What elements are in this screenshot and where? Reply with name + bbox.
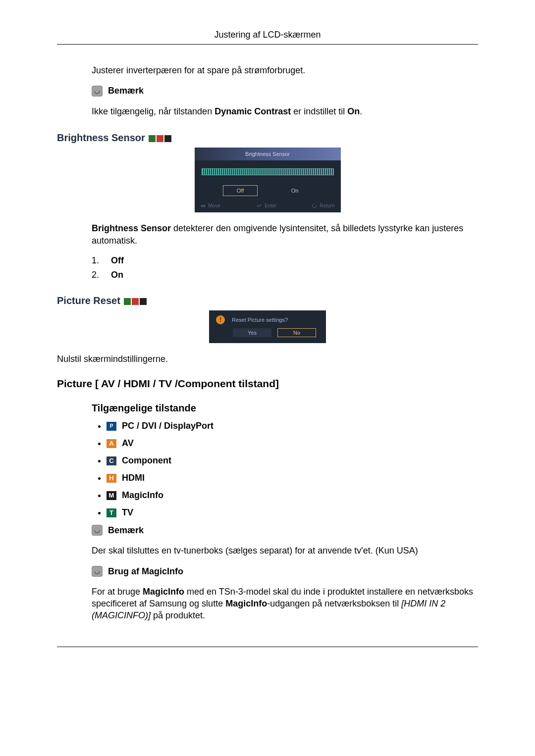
page-root: Justering af LCD-skærmen Justerer invert…	[0, 0, 535, 687]
list-item: 1. Off	[92, 255, 478, 266]
bs-heading-text: Brightness Sensor	[57, 132, 145, 143]
avail-prefix: Ikke tilgængelig, når tilstanden	[92, 106, 214, 116]
mode-item-av: A AV	[107, 438, 478, 449]
pr-osd-buttons: Yes No	[209, 326, 326, 338]
mode-badge-icon: C	[107, 456, 116, 465]
mi-prefix: For at bruge	[92, 587, 143, 597]
avail-dc: Dynamic Contrast	[214, 106, 291, 116]
svg-marker-1	[204, 204, 206, 207]
note-icon	[92, 525, 103, 536]
pr-osd-panel: ! Reset Picture settings? Yes No	[209, 310, 326, 343]
pr-osd-wrap: ! Reset Picture settings? Yes No	[57, 310, 478, 343]
modes-list: P PC / DVI / DisplayPort A AV C Componen…	[92, 421, 478, 518]
list-item: 2. On	[92, 270, 478, 280]
intro-block: Justerer inverterpæren for at spare på s…	[92, 64, 478, 117]
bs-osd-title: Brightness Sensor	[195, 148, 341, 160]
mode-badge-icon: T	[107, 508, 116, 517]
list-label: On	[111, 270, 123, 280]
arrows-icon	[201, 203, 206, 208]
page-title: Justering af LCD-skærmen	[57, 30, 478, 45]
bs-osd-options: Off On	[202, 185, 334, 196]
mode-item-magicinfo: M MagicInfo	[107, 490, 478, 501]
picture-modes-heading: Picture [ AV / HDMI / TV /Component tils…	[57, 378, 478, 390]
availability-sentence: Ikke tilgængelig, når tilstanden Dynamic…	[92, 105, 478, 117]
svg-marker-0	[201, 204, 203, 207]
bs-osd-body: Off On	[195, 160, 341, 200]
mi-bold2: MagicInfo	[225, 599, 267, 608]
mode-label: MagicInfo	[122, 490, 163, 500]
bs-osd-panel: Brightness Sensor Off On Move Enter	[195, 148, 341, 212]
note-icon	[92, 566, 103, 577]
bs-footer-return: Return	[312, 203, 335, 208]
mode-item-component: C Component	[107, 455, 478, 466]
mode-badge-icon: M	[107, 491, 116, 500]
mode-label: AV	[122, 438, 134, 448]
badge-icon	[157, 135, 163, 142]
mi-suffix: på produktet.	[151, 610, 205, 620]
modes-block: Tilgængelige tilstande P PC / DVI / Disp…	[92, 403, 478, 622]
bs-osd-wrap: Brightness Sensor Off On Move Enter	[57, 148, 478, 212]
note-label: Bemærk	[108, 86, 144, 96]
badge-icon	[149, 135, 156, 142]
pr-description: Nulstil skærmindstillingerne.	[57, 353, 478, 365]
badge-icon	[124, 298, 131, 305]
pr-yes-button[interactable]: Yes	[233, 328, 271, 337]
magicinfo-heading: Brug af MagicInfo	[108, 566, 183, 576]
mode-badge-icon: A	[107, 439, 116, 448]
mode-item-hdmi: H HDMI	[107, 473, 478, 483]
mode-label: PC / DVI / DisplayPort	[122, 421, 214, 431]
mode-item-tv: T TV	[107, 507, 478, 518]
note-row: Bemærk	[92, 85, 478, 96]
bs-option-list: 1. Off 2. On	[92, 255, 478, 280]
bs-heading-badges	[149, 135, 171, 142]
brightness-sensor-heading: Brightness Sensor	[57, 132, 478, 144]
list-number: 2.	[92, 270, 108, 280]
bs-description: Brightness Sensor detekterer den omgiven…	[92, 222, 478, 247]
mode-label: HDMI	[122, 473, 145, 483]
bs-osd-footer: Move Enter Return	[195, 200, 341, 212]
mode-badge-icon: P	[107, 422, 116, 431]
list-number: 1.	[92, 255, 108, 266]
avail-suffix: .	[360, 106, 362, 116]
avail-mid: er indstillet til	[291, 106, 347, 116]
magicinfo-heading-row: Brug af MagicInfo	[92, 566, 478, 577]
bs-option-off[interactable]: Off	[223, 185, 258, 196]
mode-label: Component	[122, 455, 171, 465]
enter-icon	[256, 203, 262, 208]
mode-item-pc: P PC / DVI / DisplayPort	[107, 421, 478, 431]
pr-heading-text: Picture Reset	[57, 295, 120, 306]
return-icon	[312, 203, 317, 208]
warning-icon: !	[216, 315, 225, 324]
bs-text-block: Brightness Sensor detekterer den omgiven…	[92, 222, 478, 280]
magicinfo-paragraph: For at bruge MagicInfo med en TSn-3-mode…	[92, 586, 478, 622]
pr-heading-badges	[124, 298, 147, 305]
pr-osd-question: Reset Picture settings?	[232, 317, 288, 323]
avail-on: On	[347, 106, 360, 116]
note-label: Bemærk	[108, 525, 144, 535]
footer-separator	[57, 647, 478, 647]
bs-footer-enter: Enter	[256, 203, 276, 208]
mode-badge-icon: H	[107, 474, 116, 483]
mi-bold1: MagicInfo	[143, 587, 184, 597]
header-title-text: Justering af LCD-skærmen	[214, 30, 321, 40]
badge-icon	[164, 135, 171, 142]
mi-mid2: -udgangen på netværksboksen til	[267, 599, 401, 608]
tv-note-row: Bemærk	[92, 525, 478, 536]
bs-option-on[interactable]: On	[277, 185, 312, 196]
pr-osd-row: ! Reset Picture settings?	[209, 310, 326, 326]
pr-no-button[interactable]: No	[277, 328, 316, 337]
bs-osd-slider[interactable]	[202, 168, 334, 175]
badge-icon	[140, 298, 147, 305]
picture-reset-heading: Picture Reset	[57, 295, 478, 306]
list-label: Off	[111, 255, 124, 265]
modes-subheading: Tilgængelige tilstande	[92, 403, 478, 414]
badge-icon	[132, 298, 139, 305]
mode-label: TV	[122, 507, 133, 517]
note-icon	[92, 86, 103, 97]
bs-desc-bold: Brightness Sensor	[92, 223, 171, 233]
intro-paragraph: Justerer inverterpæren for at spare på s…	[92, 64, 478, 76]
bs-footer-move: Move	[201, 203, 220, 208]
tv-note-paragraph: Der skal tilsluttes en tv-tunerboks (sæl…	[92, 545, 478, 556]
